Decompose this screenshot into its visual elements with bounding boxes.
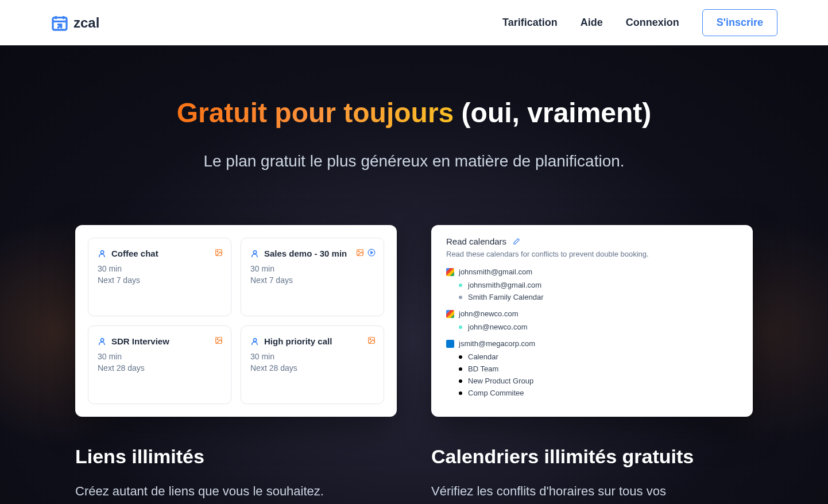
calendar-color-dot (459, 355, 462, 359)
account-email: johnsmith@gmail.com (459, 267, 532, 276)
link-title: High priority call (264, 336, 332, 346)
link-range: Next 28 days (250, 363, 374, 373)
calendars-card: Read calendars Read these calendars for … (431, 225, 753, 417)
svg-point-11 (253, 338, 256, 341)
calendar-icon (51, 14, 69, 32)
account-header[interactable]: john@newco.com (446, 309, 738, 318)
link-item[interactable]: Coffee chat 30 min Next 7 days (88, 238, 231, 316)
person-icon (98, 249, 107, 258)
calendar-color-dot (459, 379, 462, 383)
image-icon (215, 336, 223, 344)
person-icon (250, 249, 260, 258)
link-title: Sales demo - 30 min (264, 249, 347, 258)
svg-point-4 (253, 250, 256, 253)
link-range: Next 7 days (98, 276, 222, 285)
hero-title-rest: (oui, vraiment) (454, 98, 651, 128)
link-range: Next 7 days (250, 276, 374, 285)
link-icons (215, 336, 223, 344)
hero-title-gradient: Gratuit pour toujours (177, 98, 454, 128)
calendar-color-dot (459, 391, 462, 395)
calendar-item[interactable]: john@newco.com (459, 323, 738, 331)
nav-login[interactable]: Connexion (626, 17, 679, 29)
link-duration: 30 min (250, 352, 374, 361)
link-item[interactable]: SDR Interview 30 min Next 28 days (88, 325, 231, 404)
link-range: Next 28 days (98, 363, 222, 373)
image-icon (367, 336, 376, 344)
calendar-name: Smith Family Calendar (468, 293, 544, 301)
google-icon (446, 268, 454, 276)
link-header: SDR Interview (98, 336, 222, 346)
svg-point-1 (100, 250, 103, 253)
svg-point-8 (100, 338, 103, 341)
link-item[interactable]: Sales demo - 30 min 30 min Next 7 days (241, 238, 384, 316)
account-email: john@newco.com (459, 309, 519, 318)
calendars-card-header: Read calendars (446, 237, 738, 246)
link-duration: 30 min (98, 264, 222, 273)
image-icon (356, 249, 364, 257)
account-email: jsmith@megacorp.com (459, 339, 535, 348)
hero-subtitle: Le plan gratuit le plus généreux en mati… (179, 149, 649, 173)
calendars-card-subtitle: Read these calendars for conflicts to pr… (446, 250, 738, 258)
account-group: jsmith@megacorp.com Calendar BD Team New… (446, 339, 738, 397)
image-icon (215, 249, 223, 257)
hero-title: Gratuit pour toujours (oui, vraiment) (51, 97, 777, 129)
svg-point-10 (217, 339, 218, 340)
account-header[interactable]: jsmith@megacorp.com (446, 339, 738, 348)
account-group: john@newco.com john@newco.com (446, 309, 738, 331)
main-nav: Tarification Aide Connexion S'inscrire (502, 9, 777, 36)
calendar-item[interactable]: Calendar (459, 352, 738, 361)
calendar-color-dot (459, 284, 462, 287)
logo-text: zcal (73, 15, 99, 31)
site-header: zcal Tarification Aide Connexion S'inscr… (0, 0, 828, 45)
cards-row: Coffee chat 30 min Next 7 days Sales dem… (51, 225, 777, 417)
link-header: High priority call (250, 336, 374, 346)
signup-button[interactable]: S'inscrire (702, 9, 777, 36)
account-group: johnsmith@gmail.com johnsmith@gmail.com … (446, 267, 738, 301)
account-header[interactable]: johnsmith@gmail.com (446, 267, 738, 276)
svg-point-6 (358, 251, 359, 252)
google-icon (446, 310, 454, 318)
calendar-name: john@newco.com (468, 323, 528, 331)
nav-pricing[interactable]: Tarification (502, 17, 558, 29)
calendar-item[interactable]: Comp Commitee (459, 389, 738, 397)
person-icon (250, 337, 260, 346)
person-icon (98, 337, 107, 346)
feature-left: Liens illimités Créez autant de liens qu… (75, 445, 397, 501)
edit-icon[interactable] (512, 238, 520, 246)
calendar-name: New Product Group (468, 377, 533, 385)
link-icons (215, 249, 223, 257)
link-icons (356, 249, 376, 257)
calendar-item[interactable]: Smith Family Calendar (459, 293, 738, 301)
svg-point-3 (217, 251, 218, 252)
calendars-card-title: Read calendars (446, 237, 506, 246)
link-title: SDR Interview (111, 336, 169, 346)
svg-point-13 (370, 339, 371, 340)
link-duration: 30 min (98, 352, 222, 361)
link-duration: 30 min (250, 264, 374, 273)
calendar-name: BD Team (468, 365, 498, 373)
calendar-item[interactable]: johnsmith@gmail.com (459, 281, 738, 289)
calendar-color-dot (459, 325, 462, 329)
accounts-list: johnsmith@gmail.com johnsmith@gmail.com … (446, 267, 738, 397)
calendar-name: Comp Commitee (468, 389, 524, 397)
calendar-item[interactable]: New Product Group (459, 377, 738, 385)
calendar-name: johnsmith@gmail.com (468, 281, 541, 289)
link-icons (367, 336, 376, 344)
calendar-name: Calendar (468, 352, 498, 361)
calendar-item[interactable]: BD Team (459, 365, 738, 373)
nav-help[interactable]: Aide (581, 17, 603, 29)
feature-left-title: Liens illimités (75, 445, 397, 468)
feature-right-desc: Vérifiez les conflits d'horaires sur tou… (431, 482, 753, 501)
calendar-color-dot (459, 367, 462, 371)
links-card: Coffee chat 30 min Next 7 days Sales dem… (75, 225, 397, 417)
link-title: Coffee chat (111, 249, 158, 258)
play-icon (367, 249, 376, 257)
link-item[interactable]: High priority call 30 min Next 28 days (241, 325, 384, 404)
logo[interactable]: zcal (51, 14, 99, 32)
feature-left-desc: Créez autant de liens que vous le souhai… (75, 482, 397, 501)
features-row: Liens illimités Créez autant de liens qu… (51, 445, 777, 501)
hero-section: Gratuit pour toujours (oui, vraiment) Le… (0, 45, 828, 504)
calendar-color-dot (459, 296, 462, 299)
feature-right: Calendriers illimités gratuits Vérifiez … (431, 445, 753, 501)
link-header: Coffee chat (98, 249, 222, 258)
